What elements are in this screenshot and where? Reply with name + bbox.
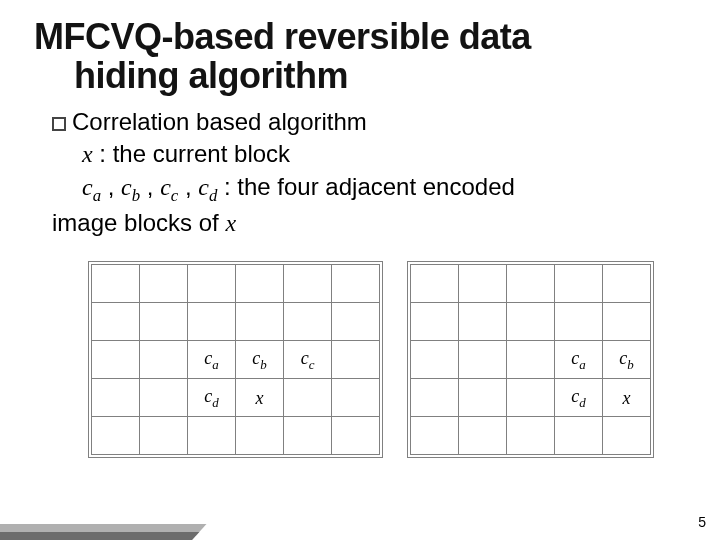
adjacent-text-1: : the four adjacent encoded (217, 173, 515, 200)
slide-body: Correlation based algorithm x : the curr… (52, 106, 690, 459)
adjacent-text-2: image blocks of (52, 209, 225, 236)
page-number: 5 (698, 514, 706, 530)
cell-ca-r: ca (555, 341, 603, 379)
symbol-x: x (82, 141, 93, 167)
grid-right-frame: ca cb cd x (407, 261, 654, 458)
table-row (411, 417, 651, 455)
cell-cb-r: cb (603, 341, 651, 379)
grid-left-frame: ca cb cc cd x (88, 261, 383, 458)
stripe-mid (0, 532, 199, 540)
cell-cb: cb (236, 341, 284, 379)
adjacent-symbols: ca , cb , cc , cd (82, 173, 217, 200)
line-adjacent-blocks-2: image blocks of x (52, 207, 690, 239)
diagram-area: ca cb cc cd x (52, 261, 690, 458)
cell-x: x (236, 379, 284, 417)
bullet-rest: based algorithm (189, 108, 366, 135)
cell-cd: cd (188, 379, 236, 417)
slide-root: MFCVQ-based reversible data hiding algor… (0, 0, 720, 540)
table-row (411, 265, 651, 303)
bullet-correlation: Correlation based algorithm (52, 106, 690, 138)
table-row: cd x (92, 379, 380, 417)
title-line-2: hiding algorithm (34, 57, 690, 96)
table-row (411, 303, 651, 341)
cell-ca: ca (188, 341, 236, 379)
footer-decoration (0, 454, 270, 540)
line-adjacent-blocks: ca , cb , cc , cd : the four adjacent en… (82, 171, 690, 207)
grid-right: ca cb cd x (410, 264, 651, 455)
cell-x-r: x (603, 379, 651, 417)
stripe-light (0, 524, 206, 536)
title-line-1: MFCVQ-based reversible data (34, 18, 690, 57)
bullet-prefix: Correlation (72, 108, 189, 135)
table-row (92, 303, 380, 341)
current-block-text: : the current block (93, 140, 290, 167)
table-row (92, 417, 380, 455)
grid-left: ca cb cc cd x (91, 264, 380, 455)
table-row: ca cb (411, 341, 651, 379)
symbol-x-2: x (225, 210, 236, 236)
table-row: ca cb cc (92, 341, 380, 379)
table-row: cd x (411, 379, 651, 417)
cell-cc: cc (284, 341, 332, 379)
square-bullet-icon (52, 117, 66, 131)
line-current-block: x : the current block (82, 138, 690, 170)
slide-title: MFCVQ-based reversible data hiding algor… (34, 18, 690, 96)
cell-cd-r: cd (555, 379, 603, 417)
table-row (92, 265, 380, 303)
